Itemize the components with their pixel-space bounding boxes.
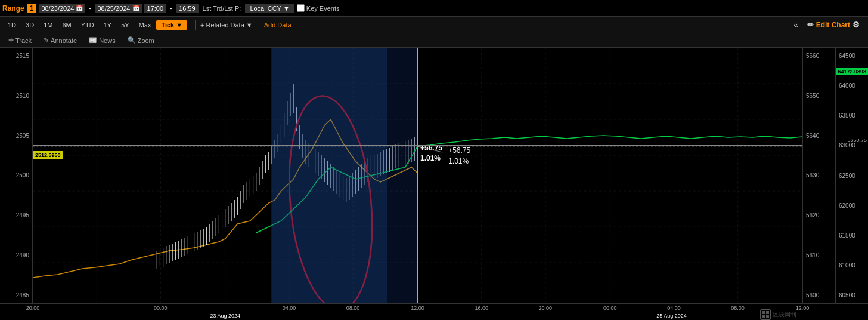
track-button[interactable]: ✛ Track bbox=[6, 36, 34, 45]
selected-period-shade bbox=[271, 48, 387, 303]
svg-rect-109 bbox=[762, 315, 765, 318]
btc-price-badge: 64172.0898 bbox=[836, 68, 868, 75]
y-right1-label-2: 5650 bbox=[804, 93, 834, 99]
period-1m[interactable]: 1M bbox=[39, 20, 57, 30]
zoom-icon: 🔍 bbox=[128, 36, 136, 44]
x-label-08r: 08:00 bbox=[731, 305, 745, 311]
news-icon: 📰 bbox=[89, 36, 97, 44]
svg-rect-107 bbox=[762, 311, 765, 314]
annotate-button[interactable]: ✎ Annotate bbox=[41, 36, 79, 45]
y-left-label-5: 2495 bbox=[1, 212, 31, 219]
collapse-button[interactable]: « bbox=[790, 19, 801, 30]
time-start[interactable]: 17:00 bbox=[144, 4, 167, 13]
range-label: Range bbox=[2, 4, 24, 13]
date-separator: - bbox=[88, 4, 92, 13]
y-right1-label-5: 5620 bbox=[804, 212, 834, 219]
y-right2-label-1: 64500 bbox=[837, 53, 867, 59]
x-label-04r: 04:00 bbox=[667, 305, 681, 311]
news-button[interactable]: 📰 News bbox=[86, 36, 118, 45]
x-label-00r: 00:00 bbox=[603, 305, 617, 311]
period-3d[interactable]: 3D bbox=[21, 20, 38, 30]
x-label-12r: 12:00 bbox=[796, 305, 810, 311]
x-label-20: 20:00 bbox=[26, 305, 40, 311]
watermark-icon bbox=[761, 310, 770, 319]
crosshair-icon: ✛ bbox=[8, 36, 14, 44]
y-left-label-2: 2510 bbox=[1, 93, 31, 99]
time-end[interactable]: 16:59 bbox=[176, 4, 199, 13]
y-left-label-3: 2505 bbox=[1, 133, 31, 139]
svg-rect-108 bbox=[766, 311, 769, 314]
watermark-text: 区块周刊 bbox=[773, 310, 796, 319]
related-data-button[interactable]: + Related Data ▼ bbox=[195, 20, 258, 30]
sp500-line-label: 5650.75 bbox=[847, 137, 867, 143]
y-right2-label-4: 63000 bbox=[837, 142, 867, 149]
period-1d[interactable]: 1D bbox=[4, 20, 20, 30]
y-right1-label-6: 5610 bbox=[804, 252, 834, 259]
y-right2-label-8: 61000 bbox=[837, 262, 867, 269]
range-value: 1 bbox=[27, 4, 37, 13]
left-price-badge: 2512.5950 bbox=[33, 151, 63, 159]
top-bar: Range 1 08/23/2024 📅 - 08/25/2024 📅 17:0… bbox=[0, 0, 868, 17]
y-left-label-4: 2500 bbox=[1, 172, 31, 179]
annotate-icon: ✎ bbox=[44, 36, 49, 44]
y-right2-label-9: 60500 bbox=[837, 292, 867, 299]
divider-1 bbox=[191, 20, 191, 30]
x-label-20r: 20:00 bbox=[539, 305, 553, 311]
period-ytd[interactable]: YTD bbox=[77, 20, 98, 30]
ccy-button[interactable]: Local CCY ▼ bbox=[245, 4, 294, 13]
y-right1-label-7: 5600 bbox=[804, 292, 834, 299]
x-label-00: 00:00 bbox=[154, 305, 168, 311]
full-chart: 2515 2510 2505 2500 2495 2490 2485 2512.… bbox=[0, 48, 868, 320]
watermark-logo bbox=[760, 309, 771, 320]
chart-svg bbox=[33, 48, 802, 303]
chart-tooltip: +56.75 1.01% bbox=[448, 145, 470, 167]
y-axis-left: 2515 2510 2505 2500 2495 2490 2485 bbox=[0, 48, 33, 303]
center-chart[interactable]: 2512.5950 +56.75 1.01% bbox=[33, 48, 802, 303]
tooltip-change-text: +56.75 bbox=[448, 145, 470, 156]
gear-icon: ⚙ bbox=[852, 20, 860, 29]
chart-toolbar: ✛ Track ✎ Annotate 📰 News 🔍 Zoom bbox=[0, 33, 868, 48]
x-label-04: 04:00 bbox=[283, 305, 296, 311]
chart-row: 2515 2510 2505 2500 2495 2490 2485 2512.… bbox=[0, 48, 868, 303]
x-date-25aug: 25 Aug 2024 bbox=[656, 313, 687, 319]
x-date-23aug: 23 Aug 2024 bbox=[210, 313, 240, 319]
watermark: 区块周刊 bbox=[760, 309, 796, 320]
svg-rect-110 bbox=[766, 315, 769, 318]
pencil-icon: ✏ bbox=[807, 20, 814, 29]
y-right2-label-7: 61500 bbox=[837, 232, 867, 239]
y-axis-right-btc: 64500 64000 63500 63000 62500 62000 6150… bbox=[835, 48, 868, 303]
y-right1-label-4: 5630 bbox=[804, 172, 834, 179]
y-left-label-7: 2485 bbox=[1, 292, 31, 299]
y-right2-label-3: 63500 bbox=[837, 112, 867, 119]
x-axis-bar: 20:00 00:00 23 Aug 2024 04:00 08:00 12:0… bbox=[0, 303, 868, 320]
price-line-right bbox=[33, 145, 802, 146]
key-events-checkbox[interactable] bbox=[297, 4, 305, 12]
y-axis-right-sp: 5660 5650 5640 5630 5620 5610 5600 bbox=[802, 48, 835, 303]
tick-button[interactable]: Tick ▼ bbox=[156, 20, 187, 30]
period-6m[interactable]: 6M bbox=[58, 20, 75, 30]
edit-chart-button[interactable]: ✏ Edit Chart ⚙ bbox=[802, 19, 864, 30]
add-data-button[interactable]: Add Data bbox=[259, 20, 296, 30]
key-events-check[interactable]: Key Events bbox=[297, 4, 340, 12]
tooltip-pct-text: 1.01% bbox=[448, 156, 470, 167]
period-max[interactable]: Max bbox=[135, 20, 156, 30]
y-right1-label-1: 5660 bbox=[804, 53, 834, 59]
y-right2-label-5: 62500 bbox=[837, 173, 867, 179]
y-left-label-1: 2515 bbox=[1, 53, 31, 59]
y-left-label-6: 2490 bbox=[1, 252, 31, 259]
zoom-button[interactable]: 🔍 Zoom bbox=[125, 36, 157, 45]
period-1y[interactable]: 1Y bbox=[100, 20, 116, 30]
date-end-input[interactable]: 08/25/2024 📅 bbox=[95, 4, 141, 13]
period-5y[interactable]: 5Y bbox=[117, 20, 133, 30]
x-label-16: 16:00 bbox=[475, 305, 488, 311]
date-start-input[interactable]: 08/23/2024 📅 bbox=[39, 4, 85, 13]
x-label-08: 08:00 bbox=[346, 305, 360, 311]
second-bar: 1D 3D 1M 6M YTD 1Y 5Y Max Tick ▼ + Relat… bbox=[0, 17, 868, 33]
lst-label: Lst Trd/Lst P: bbox=[201, 5, 243, 12]
svg-line-106 bbox=[418, 146, 443, 152]
x-label-12: 12:00 bbox=[411, 305, 424, 311]
y-right2-label-2: 64000 bbox=[837, 82, 867, 89]
y-right2-label-6: 62000 bbox=[837, 202, 867, 209]
y-right1-label-3: 5640 bbox=[804, 133, 834, 139]
